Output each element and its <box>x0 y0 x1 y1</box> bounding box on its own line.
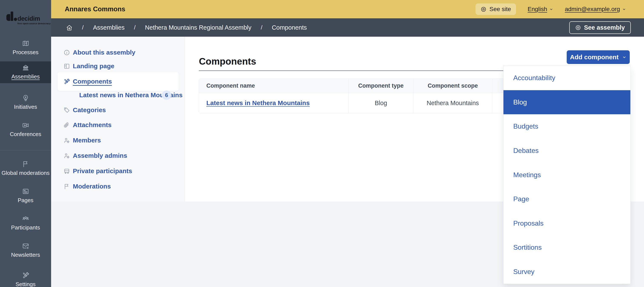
subnav-item-private-participants[interactable]: Private participants <box>51 165 185 177</box>
breadcrumb-separator: / <box>82 24 84 31</box>
flag-icon <box>64 183 70 190</box>
see-assembly-label: See assembly <box>584 24 625 31</box>
lightbulb-flash-icon <box>22 94 30 102</box>
page-title: Components <box>199 56 256 67</box>
page-container: About this assembly Landing page Co <box>51 37 644 287</box>
user-settings-icon <box>64 137 70 144</box>
paperclip-icon <box>64 122 70 128</box>
menu-item-meetings[interactable]: Meetings <box>504 163 630 187</box>
add-component-button[interactable]: Add component <box>567 50 630 64</box>
column-header-component-type: Component type <box>348 79 413 93</box>
government-icon <box>22 64 30 71</box>
decidim-logo-tagline: free open-source democracy <box>18 22 47 25</box>
subnav-item-label: Assembly admins <box>73 152 127 159</box>
subnav-item-categories[interactable]: Categories <box>51 104 185 116</box>
user-settings-icon <box>64 152 70 159</box>
sidebar-item-label: Pages <box>18 197 34 204</box>
chevron-down-icon <box>549 7 553 11</box>
sidebar-item-label: Settings <box>16 281 36 287</box>
language-selector[interactable]: English <box>528 6 553 13</box>
subnav-item-components[interactable]: Components <box>51 76 185 87</box>
organization-name: Annares Commons <box>65 5 125 13</box>
video-camera-icon <box>22 122 30 129</box>
see-site-button[interactable]: See site <box>476 4 516 15</box>
language-label: English <box>528 6 547 13</box>
menu-item-survey[interactable]: Survey <box>504 260 630 284</box>
menu-item-debates[interactable]: Debates <box>504 139 630 163</box>
info-icon <box>64 49 70 56</box>
subnav-item-members[interactable]: Members <box>51 134 185 146</box>
menu-item-budgets[interactable]: Budgets <box>504 114 630 139</box>
map-icon <box>22 40 30 47</box>
add-component-menu: Accountability Blog Budgets Debates Meet… <box>503 66 630 284</box>
tools-icon <box>64 78 70 85</box>
sidebar-item-label: Participants <box>11 224 40 231</box>
decidim-logo-mark: decidim <box>6 11 47 21</box>
eye-icon <box>575 25 581 31</box>
sidebar-item-label: Global moderations <box>2 170 50 176</box>
menu-item-page[interactable]: Page <box>504 187 630 211</box>
breadcrumb-separator: / <box>134 24 136 31</box>
subnav-item-attachments[interactable]: Attachments <box>51 119 185 131</box>
chevron-down-icon <box>622 7 626 11</box>
subnav-item-label: Categories <box>73 106 106 114</box>
subnav-item-assembly-admins[interactable]: Assembly admins <box>51 150 185 162</box>
sidebar-item-label: Conferences <box>10 131 41 138</box>
subnav-item-about[interactable]: About this assembly <box>51 47 185 58</box>
sidebar-item-processes[interactable]: Processes <box>0 40 51 56</box>
sidebar-item-label: Initiatives <box>14 104 37 110</box>
sidebar-item-conferences[interactable]: Conferences <box>0 122 51 138</box>
subnav-item-landing-page[interactable]: Landing page <box>51 60 185 72</box>
flag-icon <box>22 160 30 168</box>
subnav-item-latest-news[interactable]: Latest news in Nethera Mountains 6 <box>51 89 185 101</box>
menu-item-proposals[interactable]: Proposals <box>504 211 630 235</box>
sidebar-item-global-moderations[interactable]: Global moderations <box>0 160 51 176</box>
add-component-label: Add component <box>570 54 618 61</box>
price-tag-icon <box>64 107 70 113</box>
sidebar-item-settings[interactable]: Settings <box>0 272 51 287</box>
subnav-item-label: Components <box>73 78 112 85</box>
sidebar-item-label: Newsletters <box>11 252 40 258</box>
breadcrumb-item-assembly-name[interactable]: Nethera Mountains Regional Assembly <box>145 24 252 31</box>
user-email: admin@example.org <box>565 6 620 13</box>
component-count-badge: 6 <box>162 90 171 100</box>
menu-item-blog[interactable]: Blog <box>504 90 630 115</box>
eye-icon <box>481 7 486 12</box>
subnav-item-moderations[interactable]: Moderations <box>51 180 185 192</box>
menu-item-accountability[interactable]: Accountability <box>504 66 630 90</box>
column-header-component-scope: Component scope <box>413 79 492 93</box>
subnav-item-label: Attachments <box>73 121 112 129</box>
home-icon[interactable] <box>66 24 72 31</box>
sidebar-item-label: Assemblies <box>12 73 40 80</box>
sidebar-item-participants[interactable]: Participants <box>0 215 51 231</box>
breadcrumb-item-assemblies[interactable]: Assemblies <box>93 24 124 31</box>
assembly-subnav: About this assembly Landing page Co <box>51 37 185 201</box>
decidim-admin-screen: decidim free open-source democracy Proce… <box>0 0 644 287</box>
sidebar-item-pages[interactable]: Pages <box>0 188 51 204</box>
sidebar-item-newsletters[interactable]: Newsletters <box>0 242 51 258</box>
decidim-logo[interactable]: decidim free open-source democracy <box>6 11 47 25</box>
subnav-item-label: Private participants <box>73 167 132 175</box>
component-name-link[interactable]: Latest news in Nethera Mountains <box>206 99 310 107</box>
breadcrumb-item-components[interactable]: Components <box>272 24 307 31</box>
bus-icon <box>64 168 70 174</box>
menu-item-sortitions[interactable]: Sortitions <box>504 235 630 260</box>
sidebar-divider <box>0 150 51 150</box>
subnav-item-label: Members <box>73 137 101 144</box>
subnav-item-label: About this assembly <box>73 49 135 56</box>
breadcrumb-separator: / <box>261 24 262 31</box>
people-group-icon <box>22 215 30 222</box>
breadcrumb-bar: / Assemblies / Nethera Mountains Regiona… <box>51 18 644 37</box>
top-bar: Annares Commons See site English admin@e… <box>51 0 644 18</box>
chevron-down-icon <box>622 55 626 60</box>
see-assembly-button[interactable]: See assembly <box>569 21 631 34</box>
top-bar-actions: See site English admin@example.org <box>476 4 626 15</box>
subnav-item-label: Moderations <box>73 183 111 190</box>
sidebar-item-initiatives[interactable]: Initiatives <box>0 94 51 110</box>
breadcrumb: / Assemblies / Nethera Mountains Regiona… <box>66 24 307 31</box>
component-type-cell: Blog <box>348 93 413 113</box>
user-menu[interactable]: admin@example.org <box>565 6 626 13</box>
sidebar-item-label: Processes <box>12 49 38 56</box>
sidebar-item-assemblies[interactable]: Assemblies <box>0 64 51 80</box>
see-site-label: See site <box>490 6 511 13</box>
